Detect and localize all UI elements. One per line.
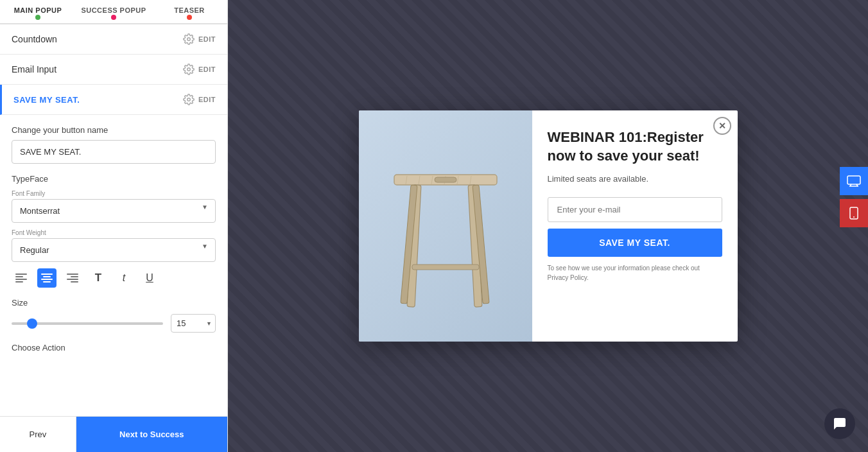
size-select[interactable]: 15 12 14 16 18 24 <box>171 314 216 333</box>
layer-countdown-actions: EDIT <box>183 33 216 45</box>
layer-countdown-label: Countdown <box>12 34 57 44</box>
popup-cta-button[interactable]: SAVE MY SEAT. <box>548 229 722 257</box>
stool-image <box>375 123 516 329</box>
edit-countdown[interactable]: EDIT <box>198 35 216 43</box>
popup-modal: ✕ <box>359 110 738 342</box>
svg-rect-10 <box>43 281 51 282</box>
svg-rect-11 <box>67 274 78 275</box>
layer-save-my-seat-label: SAVE MY SEAT. <box>13 95 80 105</box>
tab-main-popup-label: MAIN POPUP <box>14 6 62 14</box>
settings-panel: Change your button name TypeFace Font Fa… <box>0 115 227 452</box>
svg-rect-4 <box>15 276 23 277</box>
layer-save-my-seat[interactable]: SAVE MY SEAT. EDIT <box>0 85 227 115</box>
svg-rect-5 <box>15 279 27 280</box>
svg-point-1 <box>187 68 191 71</box>
size-section-title: Size <box>12 298 216 308</box>
layer-email-input-actions: EDIT <box>183 64 216 75</box>
svg-rect-8 <box>43 276 51 277</box>
bold-button[interactable]: T <box>89 268 108 288</box>
svg-rect-9 <box>41 279 53 280</box>
align-right-button[interactable] <box>63 268 82 288</box>
right-tools <box>840 167 868 227</box>
svg-rect-28 <box>847 176 860 184</box>
tab-teaser-label: TEASER <box>174 6 205 14</box>
svg-rect-6 <box>15 281 23 282</box>
edit-email-input[interactable]: EDIT <box>198 65 216 73</box>
tab-main-popup-dot <box>35 15 40 20</box>
sidebar: MAIN POPUP SUCCESS POPUP TEASER Countdow… <box>0 0 228 452</box>
button-name-label: Change your button name <box>12 125 216 135</box>
svg-rect-12 <box>71 276 78 277</box>
tab-main-popup[interactable]: MAIN POPUP <box>0 0 76 23</box>
tab-success-popup-dot <box>111 15 116 20</box>
tab-success-popup-label: SUCCESS POPUP <box>81 6 146 14</box>
svg-rect-7 <box>41 274 53 275</box>
chat-bubble[interactable] <box>824 408 855 439</box>
popup-title: WEBINAR 101:Register now to save your se… <box>548 128 722 165</box>
font-family-wrapper: Font Family Montserrat Arial Roboto <box>12 190 216 223</box>
next-button[interactable]: Next to Success <box>76 417 227 452</box>
svg-point-33 <box>853 216 855 218</box>
layer-email-input[interactable]: Email Input EDIT <box>0 55 227 85</box>
bottom-bar: Prev Next to Success <box>0 416 227 452</box>
popup-subtitle: Limited seats are available. <box>548 173 722 186</box>
underline-button[interactable]: U <box>140 268 159 288</box>
svg-rect-14 <box>71 281 78 282</box>
gear-icon-save-my-seat[interactable] <box>183 94 195 105</box>
font-weight-label: Font Weight <box>12 229 216 236</box>
align-left-button[interactable] <box>12 268 31 288</box>
popup-email-input[interactable] <box>548 197 722 222</box>
typeface-section-title: TypeFace <box>12 174 216 184</box>
svg-point-2 <box>187 98 191 101</box>
layer-save-my-seat-actions: EDIT <box>183 94 216 105</box>
size-slider[interactable] <box>12 322 163 325</box>
main-area: ✕ <box>228 0 868 452</box>
gear-icon-email[interactable] <box>183 64 195 75</box>
choose-action-label: Choose Action <box>12 343 216 352</box>
chat-icon <box>832 416 847 431</box>
tab-success-popup[interactable]: SUCCESS POPUP <box>76 0 152 23</box>
size-row: 15 12 14 16 18 24 <box>12 314 216 333</box>
desktop-view-button[interactable] <box>840 167 868 195</box>
format-buttons-row: T t U <box>12 268 216 288</box>
tabs-bar: MAIN POPUP SUCCESS POPUP TEASER <box>0 0 227 24</box>
size-select-wrapper: 15 12 14 16 18 24 <box>171 314 216 333</box>
prev-button[interactable]: Prev <box>0 417 76 452</box>
layer-email-input-label: Email Input <box>12 64 56 74</box>
desktop-icon <box>847 175 861 187</box>
popup-close-button[interactable]: ✕ <box>713 117 731 135</box>
tab-teaser-dot <box>187 15 192 20</box>
italic-button[interactable]: t <box>114 268 134 288</box>
popup-image-side <box>359 110 532 342</box>
font-weight-wrapper: Font Weight Regular Bold Light <box>12 229 216 262</box>
font-family-select[interactable]: Montserrat Arial Roboto <box>12 199 216 223</box>
edit-save-my-seat[interactable]: EDIT <box>198 96 216 103</box>
font-weight-select[interactable]: Regular Bold Light <box>12 238 216 262</box>
svg-rect-3 <box>15 274 27 275</box>
mobile-view-button[interactable] <box>840 199 868 227</box>
layer-countdown[interactable]: Countdown EDIT <box>0 24 227 55</box>
svg-rect-27 <box>412 265 479 270</box>
popup-privacy-text: To see how we use your information pleas… <box>548 263 722 282</box>
align-center-button[interactable] <box>37 268 56 288</box>
mobile-icon <box>849 207 858 220</box>
font-family-label: Font Family <box>12 190 216 197</box>
gear-icon-countdown[interactable] <box>183 33 195 45</box>
popup-content-side: WEBINAR 101:Register now to save your se… <box>532 110 738 342</box>
svg-rect-22 <box>435 177 456 182</box>
tab-teaser[interactable]: TEASER <box>152 0 227 23</box>
button-name-input[interactable] <box>12 140 216 164</box>
svg-rect-13 <box>67 279 78 280</box>
svg-point-0 <box>187 38 191 41</box>
